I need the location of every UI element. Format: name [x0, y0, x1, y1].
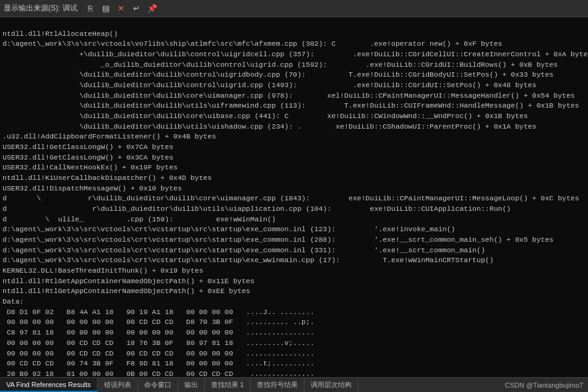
output-line: \duilib_duieditor\duilib\core\uimanager.… — [2, 91, 586, 101]
output-line: d \ ulile_ .cpp (159): exe!wWinMain() — [2, 215, 586, 225]
output-line: USER32.dll!DispatchMessageW() + 0x10 byt… — [2, 184, 586, 194]
output-line: USER32.dll!GetClassLongW() + 0x7CA bytes — [2, 142, 586, 153]
output-line: d \ r\duilib_duieditor\duilib\core\uiman… — [2, 194, 586, 204]
output-line: \duilib_duieditor\duilib\control\uigrid.… — [2, 80, 586, 91]
output-line: d:\agent\_work\3\s\src\vctools\crt\vcsta… — [2, 235, 586, 245]
branding: CSDN @Tiantangbujimo7 — [505, 378, 588, 392]
output-line: 00 00 00 00 00 CD CD CD 18 76 3B 0F 80 9… — [2, 338, 586, 349]
output-line: ntdll.dll!RtlGetAppContainerNamedObjectP… — [2, 286, 586, 297]
output-area[interactable]: ntdll.dll!RtlAllocateHeap()d:\agent\_wor… — [0, 17, 588, 377]
output-line: \duilib_duieditor\duilib\utils\uishadow.… — [2, 122, 586, 132]
output-line: 00 00 00 00 00 00 00 00 00 CD CD CD D8 7… — [2, 317, 586, 328]
output-line: D8 D1 0F 02 B8 4A A1 18 90 19 A1 18 00 0… — [2, 307, 586, 318]
tab-item-2[interactable]: 命令窗口 — [138, 378, 178, 392]
output-line: ntdll.dll!RtlAllocateHeap() — [2, 29, 586, 40]
output-line: Data: — [2, 297, 586, 307]
pin-icon[interactable]: 📌 — [145, 2, 159, 15]
clear-icon[interactable]: ✕ — [115, 2, 128, 15]
tab-bar-left: VA Find References Results错误列表命令窗口输出查找结果… — [0, 378, 358, 392]
tab-item-5[interactable]: 查找符号结果 — [251, 378, 305, 392]
tab-item-1[interactable]: 错误列表 — [98, 378, 138, 392]
output-line: USER32.dll!CallNextHookEx() + 0x19F byte… — [2, 163, 586, 173]
tab-item-4[interactable]: 查找结果 1 — [205, 378, 251, 392]
output-line: C8 97 81 18 00 00 00 00 00 00 00 00 00 0… — [2, 328, 586, 338]
select-all-icon[interactable]: ▤ — [99, 2, 113, 15]
output-line: d:\agent\_work\3\s\src\vctools\crt\vcsta… — [2, 255, 586, 266]
toolbar: 显示输出来源(S): 调试 ⎘ ▤ ✕ ↵ 📌 — [0, 0, 588, 17]
tab-item-0[interactable]: VA Find References Results — [0, 378, 98, 392]
output-line: ntdll.dll!RtlGetAppContainerNamedObjectP… — [2, 276, 586, 287]
output-line: d:\agent\_work\3\s\src\vctools\crt\vcsta… — [2, 224, 586, 235]
output-line: d r\duilib_duieditor\duilib\utils\uiappl… — [2, 204, 586, 215]
tab-item-6[interactable]: 调用层次结构 — [305, 378, 358, 392]
output-line: 20 B0 92 18 01 00 00 00 0B 00 CD CD 00 C… — [2, 369, 586, 377]
output-line: KERNEL32.DLL!BaseThreadInitThunk() + 0x1… — [2, 266, 586, 276]
output-line: \duilib_duieditor\duilib\control\uigridb… — [2, 70, 586, 80]
output-line: ntdll.dll!KiUserCallbackDispatcher() + 0… — [2, 173, 586, 184]
output-line: 00 CD CD CD 90 74 3B 0F F8 9D 81 18 00 0… — [2, 359, 586, 369]
tab-bar: VA Find References Results错误列表命令窗口输出查找结果… — [0, 377, 588, 392]
output-line: \duilib_duieditor\duilib\core\uibase.cpp… — [2, 111, 586, 122]
toolbar-icons: ⎘ ▤ ✕ ↵ 📌 — [84, 2, 159, 15]
toolbar-label: 显示输出来源(S): 调试 — [4, 3, 77, 14]
output-line: _o_duilib_duieditor\duilib\control\uigri… — [2, 60, 586, 70]
output-line: 00 00 00 00 00 CD CD CD 00 CD CD CD 00 0… — [2, 349, 586, 359]
wrap-icon[interactable]: ↵ — [130, 2, 144, 15]
output-line: .u32.dll!AddClipboardFormatListener() + … — [2, 132, 586, 142]
output-line: d:\agent\_work\3\s\src\vctools\crt\vcsta… — [2, 245, 586, 256]
copy-icon[interactable]: ⎘ — [84, 2, 97, 15]
output-line: \duilib_duieditor\duilib\utils\uiframewi… — [2, 101, 586, 111]
tab-item-3[interactable]: 输出 — [178, 378, 205, 392]
output-line: +\duilib_duieditor\duilib\control\uigrid… — [2, 49, 586, 60]
output-line: d:\agent\_work\3\s\src\vctools\vo7libs\s… — [2, 39, 586, 49]
output-line: USER32.dll!GetClassLongW() + 0x3CA bytes — [2, 153, 586, 163]
